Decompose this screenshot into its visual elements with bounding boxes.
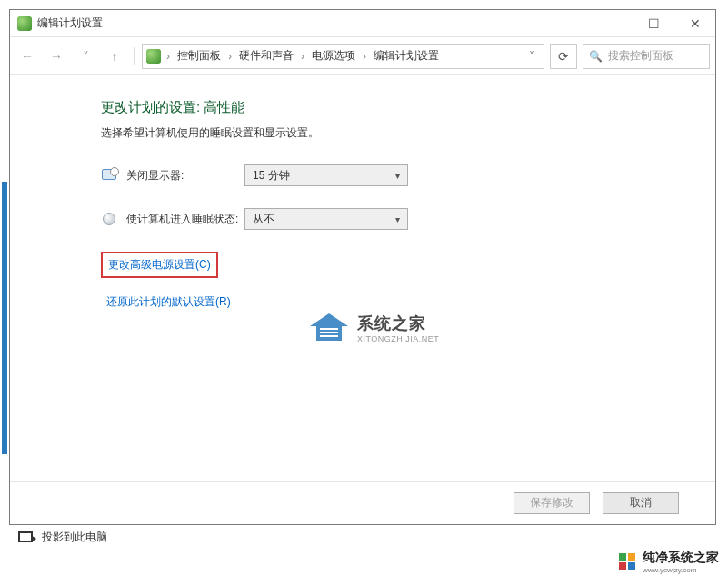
left-accent: [2, 182, 7, 454]
nav-recent-button[interactable]: ˅: [74, 45, 97, 68]
bottom-watermark-en: www.ycwjzy.com: [643, 566, 719, 574]
chevron-down-icon: ▾: [395, 214, 400, 224]
address-bar[interactable]: › 控制面板 › 硬件和声音 › 电源选项 › 编辑计划设置 ˅: [142, 44, 544, 69]
links: 更改高级电源设置(C) 还原此计划的默认设置(R): [101, 252, 679, 326]
project-label[interactable]: 投影到此电脑: [42, 530, 107, 545]
breadcrumb[interactable]: 硬件和声音: [237, 48, 295, 64]
bottom-watermark-logo-icon: [619, 553, 637, 571]
navbar: ← → ˅ ↑ › 控制面板 › 硬件和声音 › 电源选项 › 编辑计划设置 ˅…: [10, 37, 715, 75]
app-icon: [17, 16, 32, 31]
display-off-row: 关闭显示器: 15 分钟 ▾: [101, 164, 679, 186]
sleep-select[interactable]: 从不 ▾: [244, 208, 408, 230]
nav-back-button[interactable]: ←: [15, 45, 39, 68]
close-button[interactable]: ✕: [674, 10, 715, 37]
nav-up-button[interactable]: ↑: [103, 45, 126, 68]
display-off-value: 15 分钟: [253, 168, 290, 184]
chevron-right-icon: ›: [165, 50, 172, 63]
footer-bar: 保存修改 取消: [10, 481, 715, 524]
window-title: 编辑计划设置: [37, 15, 103, 31]
control-panel-icon: [146, 49, 161, 64]
maximize-button[interactable]: ☐: [633, 10, 674, 37]
chevron-right-icon: ›: [226, 50, 234, 63]
restore-defaults-link[interactable]: 还原此计划的默认设置(R): [101, 291, 236, 313]
page-heading: 更改计划的设置: 高性能: [101, 99, 679, 116]
search-input[interactable]: 🔍 搜索控制面板: [583, 44, 710, 69]
search-icon: 🔍: [589, 50, 603, 63]
display-off-select[interactable]: 15 分钟 ▾: [244, 164, 408, 186]
refresh-button[interactable]: ⟳: [550, 44, 577, 69]
advanced-power-link[interactable]: 更改高级电源设置(C): [101, 252, 218, 278]
chevron-right-icon: ›: [361, 50, 368, 63]
minimize-button[interactable]: ―: [593, 10, 633, 37]
taskbar: 投影到此电脑: [9, 525, 719, 549]
nav-forward-button: →: [45, 45, 68, 68]
chevron-right-icon: ›: [299, 50, 306, 63]
sleep-row: 使计算机进入睡眠状态: 从不 ▾: [101, 208, 679, 230]
page-subtext: 选择希望计算机使用的睡眠设置和显示设置。: [101, 125, 679, 141]
moon-icon: [101, 211, 117, 227]
chevron-down-icon: ▾: [395, 171, 400, 181]
sleep-value: 从不: [253, 212, 274, 227]
bottom-watermark-cn: 纯净系统之家: [643, 550, 719, 566]
monitor-icon: [101, 167, 117, 184]
titlebar: 编辑计划设置 ― ☐ ✕: [10, 10, 715, 37]
watermark-en: XITONGZHIJIA.NET: [357, 334, 439, 343]
chevron-down-icon[interactable]: ˅: [524, 50, 540, 63]
search-placeholder: 搜索控制面板: [608, 48, 673, 64]
breadcrumb[interactable]: 编辑计划设置: [372, 48, 441, 64]
separator: [134, 47, 135, 65]
bottom-watermark: 纯净系统之家 www.ycwjzy.com: [619, 550, 719, 574]
window: 编辑计划设置 ― ☐ ✕ ← → ˅ ↑ › 控制面板 › 硬件和声音 › 电源…: [9, 9, 716, 525]
sleep-label: 使计算机进入睡眠状态:: [126, 212, 244, 227]
save-button: 保存修改: [514, 492, 590, 514]
cancel-button[interactable]: 取消: [603, 492, 679, 514]
display-off-label: 关闭显示器:: [126, 168, 244, 184]
breadcrumb[interactable]: 控制面板: [175, 48, 223, 64]
content-area: 更改计划的设置: 高性能 选择希望计算机使用的睡眠设置和显示设置。 关闭显示器:…: [10, 75, 715, 481]
project-icon[interactable]: [18, 531, 33, 542]
breadcrumb[interactable]: 电源选项: [310, 48, 357, 64]
